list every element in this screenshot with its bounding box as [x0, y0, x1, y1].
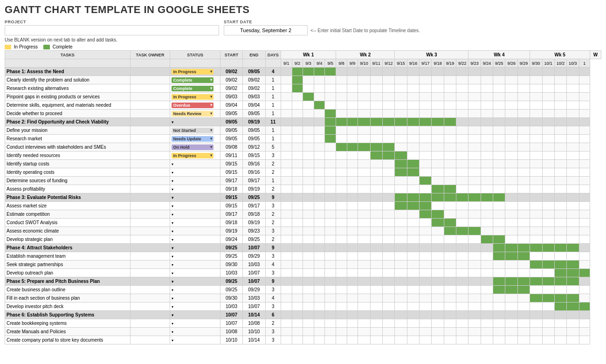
dropdown-arrow-icon[interactable]: ▾ [210, 145, 212, 149]
status-cell[interactable]: ▾ [170, 261, 220, 269]
status-cell[interactable]: ▾ [170, 168, 220, 177]
dropdown-arrow-icon[interactable]: ▾ [172, 213, 173, 217]
dropdown-arrow-icon[interactable]: ▾ [172, 162, 173, 166]
bar-cell [456, 235, 468, 244]
dropdown-arrow-icon[interactable]: ▾ [172, 338, 173, 343]
dropdown-arrow-icon[interactable]: ▾ [172, 221, 173, 225]
status-cell[interactable]: On Hold▾ [170, 143, 220, 151]
dropdown-arrow-icon[interactable]: ▾ [172, 238, 173, 242]
project-label: PROJECT [5, 20, 224, 24]
bar-cell [347, 261, 358, 269]
bar-cell [325, 319, 336, 328]
status-cell[interactable]: ▾ [170, 336, 220, 344]
table-row: Clearly identify the problem and solutio… [5, 76, 601, 84]
table-row: Estimate competition▾09/1709/182 [5, 210, 601, 219]
bar-cell [456, 68, 468, 76]
days-day-header [265, 59, 281, 68]
bar-cell [303, 261, 314, 269]
status-cell[interactable]: In Progress▾ [170, 68, 220, 76]
dropdown-arrow-icon[interactable]: ▾ [172, 179, 173, 183]
dropdown-arrow-icon[interactable]: ▾ [172, 254, 173, 259]
dropdown-arrow-icon[interactable]: ▾ [172, 204, 173, 208]
status-cell[interactable]: ▾ [170, 328, 220, 336]
bar-cell [530, 193, 542, 202]
bar-cell [542, 84, 554, 93]
status-cell[interactable]: ▾ [170, 286, 220, 294]
status-cell[interactable]: ▾ [170, 319, 220, 328]
status-cell[interactable]: Not Started▾ [170, 126, 220, 135]
dropdown-arrow-icon[interactable]: ▾ [172, 305, 173, 309]
status-cell[interactable]: ▾ [170, 185, 220, 193]
dropdown-arrow-icon[interactable]: ▾ [210, 128, 212, 132]
status-cell[interactable]: Complete▾ [170, 76, 220, 84]
status-cell[interactable]: ▾ [170, 302, 220, 311]
dropdown-arrow-icon[interactable]: ▾ [210, 86, 212, 90]
days-cell: 4 [265, 68, 281, 76]
bar-cell [281, 261, 292, 269]
dropdown-arrow-icon[interactable]: ▾ [172, 330, 173, 334]
dropdown-arrow-icon[interactable]: ▾ [210, 69, 212, 74]
dropdown-arrow-icon[interactable]: ▾ [172, 187, 173, 192]
status-cell[interactable]: ▾ [170, 202, 220, 210]
dropdown-arrow-icon[interactable]: ▾ [172, 313, 173, 317]
end-cell: 10/07 [243, 302, 265, 311]
bar-cell [292, 110, 303, 118]
status-cell[interactable]: ▾ [170, 219, 220, 227]
status-cell[interactable]: ▾ [170, 244, 220, 252]
dropdown-arrow-icon[interactable]: ▾ [210, 137, 212, 141]
dropdown-arrow-icon[interactable]: ▾ [172, 263, 173, 267]
owner-cell [130, 202, 170, 210]
dropdown-arrow-icon[interactable]: ▾ [210, 103, 212, 107]
dropdown-arrow-icon[interactable]: ▾ [172, 229, 173, 234]
bar-cell [336, 93, 347, 101]
status-cell[interactable]: ▾ [170, 227, 220, 235]
status-cell[interactable]: ▾ [170, 252, 220, 261]
owner-cell [130, 302, 170, 311]
status-cell[interactable]: Overdue▾ [170, 101, 220, 110]
dropdown-arrow-icon[interactable]: ▾ [172, 296, 173, 301]
dropdown-arrow-icon[interactable]: ▾ [172, 271, 173, 275]
dropdown-arrow-icon[interactable]: ▾ [172, 196, 173, 200]
status-cell[interactable]: ▾ [170, 160, 220, 168]
task-name-cell: Create bookkeeping systems [5, 319, 131, 328]
bar-cell [579, 93, 590, 101]
dropdown-arrow-icon[interactable]: ▾ [210, 78, 212, 82]
status-cell[interactable]: ▾ [170, 210, 220, 219]
bar-cell [530, 269, 542, 277]
bar-cell [383, 110, 395, 118]
status-cell[interactable]: ▾ [170, 277, 220, 286]
status-cell[interactable]: ▾ [170, 235, 220, 244]
status-cell[interactable]: Needs Review▾ [170, 110, 220, 118]
bar-cell [303, 193, 314, 202]
status-cell[interactable]: ▾ [170, 311, 220, 319]
status-cell[interactable]: Complete▾ [170, 84, 220, 93]
bar-cell [347, 269, 358, 277]
status-cell[interactable]: In Progress▾ [170, 93, 220, 101]
bar-cell [432, 227, 444, 235]
dropdown-arrow-icon[interactable]: ▾ [172, 171, 173, 175]
dropdown-arrow-icon[interactable]: ▾ [172, 246, 173, 250]
status-cell[interactable]: ▾ [170, 177, 220, 185]
bar-cell [468, 252, 481, 261]
dropdown-arrow-icon[interactable]: ▾ [210, 95, 212, 99]
bar-cell [358, 160, 370, 168]
status-cell[interactable]: ▾ [170, 294, 220, 302]
dropdown-arrow-icon[interactable]: ▾ [210, 153, 212, 158]
status-cell[interactable]: ▾ [170, 118, 220, 126]
start-date-input[interactable] [224, 25, 308, 35]
dropdown-arrow-icon[interactable]: ▾ [172, 120, 173, 124]
dropdown-arrow-icon[interactable]: ▾ [210, 111, 212, 116]
status-cell[interactable]: Needs Update▾ [170, 135, 220, 143]
project-input[interactable] [5, 25, 219, 35]
status-cell[interactable]: ▾ [170, 269, 220, 277]
bar-cell [481, 101, 493, 110]
dropdown-arrow-icon[interactable]: ▾ [172, 280, 173, 284]
dropdown-arrow-icon[interactable]: ▾ [172, 288, 173, 292]
status-cell[interactable]: In Progress▾ [170, 151, 220, 160]
bar-cell [292, 101, 303, 110]
bar-cell [383, 84, 395, 93]
status-cell[interactable]: ▾ [170, 193, 220, 202]
bar-cell [456, 193, 468, 202]
dropdown-arrow-icon[interactable]: ▾ [172, 322, 173, 326]
bar-cell [505, 101, 517, 110]
